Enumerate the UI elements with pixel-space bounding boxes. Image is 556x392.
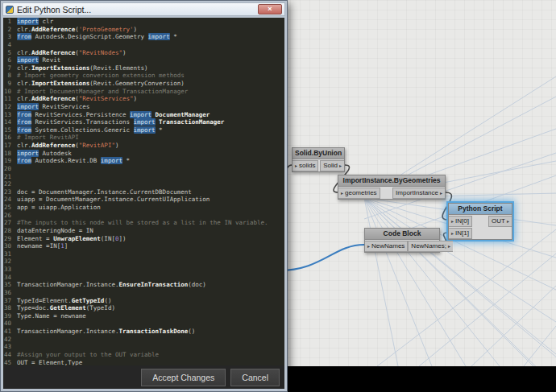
node-python-script[interactable]: Python ScriptIN[0]OUTIN[1] xyxy=(448,203,512,240)
line-number: 31 xyxy=(3,250,14,258)
code-line[interactable]: 36 xyxy=(3,289,284,297)
input-port[interactable]: IN[0] xyxy=(449,216,472,227)
python-code-editor[interactable]: 1import clr2clr.AddReference('ProtoGeome… xyxy=(3,18,284,365)
code-line[interactable]: 17clr.AddReference("RevitAPI") xyxy=(3,142,284,150)
code-lines: 1import clr2clr.AddReference('ProtoGeome… xyxy=(3,18,284,365)
code-line[interactable]: 10# Import DocumentManager and Transacti… xyxy=(3,88,284,96)
code-line[interactable]: 33 xyxy=(3,266,284,274)
code-line[interactable]: 7clr.ImportExtensions(Revit.Elements) xyxy=(3,64,284,72)
code-text: clr.AddReference('ProtoGeometry') xyxy=(14,26,137,34)
code-text: app = uiapp.Application xyxy=(14,204,101,212)
title-bar[interactable]: Edit Python Script... × xyxy=(2,2,285,16)
node-title[interactable]: Python Script xyxy=(449,204,512,215)
close-icon: × xyxy=(268,6,272,13)
output-port[interactable]: NewNames; xyxy=(408,241,453,252)
node-title[interactable]: Code Block xyxy=(365,229,439,240)
node-title[interactable]: ImportInstance.ByGeometries xyxy=(338,175,445,187)
code-line[interactable]: 5clr.AddReference("RevitNodes") xyxy=(3,49,284,57)
line-number: 8 xyxy=(3,72,14,80)
code-text: # Import RevitAPI xyxy=(14,134,79,142)
line-number: 28 xyxy=(3,227,14,235)
code-line[interactable]: 8# Import geometry conversion extension … xyxy=(3,72,284,80)
code-line[interactable]: 19from Autodesk.Revit.DB import * xyxy=(3,157,284,165)
code-line[interactable]: 13from RevitServices.Persistence import … xyxy=(3,111,284,119)
code-text xyxy=(14,173,17,181)
line-number: 12 xyxy=(3,103,14,111)
code-line[interactable]: 29Element = UnwrapElement(IN[0]) xyxy=(3,235,284,243)
code-line[interactable]: 42 xyxy=(3,336,284,344)
code-line[interactable]: 2clr.AddReference('ProtoGeometry') xyxy=(3,26,284,34)
code-line[interactable]: 37TypeId=Element.GetTypeId() xyxy=(3,297,284,305)
code-line[interactable]: 15from System.Collections.Generic import… xyxy=(3,126,284,134)
input-port[interactable]: NewNames xyxy=(365,241,408,252)
code-line[interactable]: 26 xyxy=(3,212,284,220)
line-number: 38 xyxy=(3,304,14,312)
input-port[interactable]: IN[1] xyxy=(449,228,472,239)
code-line[interactable]: 4 xyxy=(3,41,284,49)
code-text: import Autodesk xyxy=(14,150,72,158)
code-line[interactable]: 41TransactionManager.Instance.Transactio… xyxy=(3,328,284,336)
code-text: #The inputs to this node will be stored … xyxy=(14,219,268,227)
line-number: 39 xyxy=(3,312,14,320)
code-line[interactable]: 24uiapp = DocumentManager.Instance.Curre… xyxy=(3,196,284,204)
code-line[interactable]: 6import Revit xyxy=(3,56,284,64)
code-line[interactable]: 38Type=doc.GetElement(TypeId) xyxy=(3,304,284,312)
cancel-button[interactable]: Cancel xyxy=(230,369,280,386)
code-line[interactable]: 28dataEnteringNode = IN xyxy=(3,227,284,235)
code-line[interactable]: 18import Autodesk xyxy=(3,150,284,158)
code-line[interactable]: 21 xyxy=(3,173,284,181)
code-text: uiapp = DocumentManager.Instance.Current… xyxy=(14,196,210,204)
line-number: 3 xyxy=(3,33,14,41)
code-line[interactable]: 45OUT = Element,Type xyxy=(3,359,284,366)
node-port-row: geometriesImportInstance xyxy=(338,187,445,199)
code-line[interactable]: 11clr.AddReference("RevitServices") xyxy=(3,95,284,103)
line-number: 23 xyxy=(3,188,14,196)
line-number: 25 xyxy=(3,204,14,212)
code-line[interactable]: 14from RevitServices.Transactions import… xyxy=(3,118,284,126)
node-title[interactable]: Solid.ByUnion xyxy=(293,148,344,159)
code-line[interactable]: 12import RevitServices xyxy=(3,103,284,111)
code-line[interactable]: 32 xyxy=(3,258,284,266)
node-importinstance-bygeometries[interactable]: ImportInstance.ByGeometriesgeometriesImp… xyxy=(338,175,446,200)
line-number: 14 xyxy=(3,118,14,126)
code-line[interactable]: 35TransactionManager.Instance.EnsureInTr… xyxy=(3,281,284,289)
code-line[interactable]: 20 xyxy=(3,165,284,173)
code-text xyxy=(14,266,17,274)
code-line[interactable]: 44#Assign your output to the OUT variabl… xyxy=(3,351,284,359)
node-solid-byunion[interactable]: Solid.ByUnionsolidsSolid xyxy=(292,147,345,172)
code-line[interactable]: 25app = uiapp.Application xyxy=(3,204,284,212)
close-button[interactable]: × xyxy=(258,4,282,14)
line-number: 41 xyxy=(3,328,14,336)
code-line[interactable]: 34 xyxy=(3,274,284,282)
code-text xyxy=(14,343,17,351)
code-text: TransactionManager.Instance.EnsureInTran… xyxy=(14,281,206,289)
code-line[interactable]: 3from Autodesk.DesignScript.Geometry imp… xyxy=(3,33,284,41)
code-line[interactable]: 23doc = DocumentManager.Instance.Current… xyxy=(3,188,284,196)
input-port[interactable]: solids xyxy=(293,160,318,171)
node-code-block[interactable]: Code BlockNewNamesNewNames; xyxy=(364,228,440,253)
code-text: from RevitServices.Persistence import Do… xyxy=(14,111,210,119)
output-port[interactable]: OUT xyxy=(488,216,512,227)
code-line[interactable]: 30newname =IN[1] xyxy=(3,242,284,250)
output-port[interactable]: Solid xyxy=(320,160,344,171)
code-text: from System.Collections.Generic import * xyxy=(14,126,163,134)
code-text: from Autodesk.DesignScript.Geometry impo… xyxy=(14,33,177,41)
code-text: from RevitServices.Transactions import T… xyxy=(14,118,224,126)
code-line[interactable]: 9clr.ImportExtensions(Revit.GeometryConv… xyxy=(3,80,284,88)
code-line[interactable]: 40 xyxy=(3,320,284,328)
input-port[interactable]: geometries xyxy=(338,188,380,199)
line-number: 32 xyxy=(3,258,14,266)
code-line[interactable]: 43 xyxy=(3,343,284,351)
code-line[interactable]: 16# Import RevitAPI xyxy=(3,134,284,142)
line-number: 11 xyxy=(3,95,14,103)
line-number: 34 xyxy=(3,274,14,282)
code-text: OUT = Element,Type xyxy=(14,359,82,366)
accept-changes-button[interactable]: Accept Changes xyxy=(141,369,226,386)
code-line[interactable]: 39Type.Name = newname xyxy=(3,312,284,320)
code-line[interactable]: 27#The inputs to this node will be store… xyxy=(3,219,284,227)
code-line[interactable]: 1import clr xyxy=(3,18,284,26)
code-line[interactable]: 31 xyxy=(3,250,284,258)
code-text xyxy=(14,274,17,282)
code-line[interactable]: 22 xyxy=(3,180,284,188)
output-port[interactable]: ImportInstance xyxy=(392,188,445,199)
